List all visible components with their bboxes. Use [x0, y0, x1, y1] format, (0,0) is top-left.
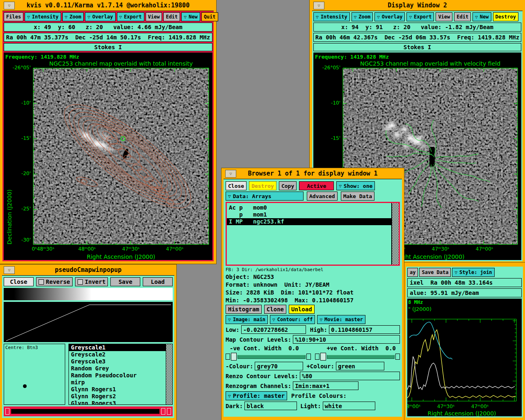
titlebar[interactable]: ▽ Browser 1 of 1 for display window 1: [221, 168, 404, 179]
menu-overlay[interactable]: ▽Overlay: [374, 12, 405, 21]
quit-button[interactable]: Quit: [201, 12, 218, 21]
world-coords-bar: Ra 00h 46m 42.367s Dec -25d 06m 33.57s F…: [313, 33, 521, 42]
list-item[interactable]: Greyscale1: [69, 344, 166, 351]
data-dropdown[interactable]: ▽Data: Arrays: [226, 192, 304, 201]
dropdown-icon: ▽: [119, 14, 122, 20]
titlebar[interactable]: ▽ kvis v0.0.11/Karma v1.7.14 @workaholix…: [0, 0, 216, 11]
window-menu-icon[interactable]: ▽: [4, 2, 15, 9]
cmap-control-panel[interactable]: Centre: Btn3: [4, 344, 65, 405]
renzogram-input[interactable]: Imin:max+1: [293, 381, 358, 390]
window-menu-icon[interactable]: ▽: [313, 2, 324, 9]
histogram-button[interactable]: Histogram: [226, 305, 262, 314]
menu-view[interactable]: View: [146, 12, 162, 21]
neg-colour-input[interactable]: grey70: [255, 362, 303, 370]
slider-handle[interactable]: [320, 353, 326, 361]
xtick: 47ᵐ30ˢ: [424, 246, 457, 252]
checkbox-icon: [39, 279, 44, 285]
pos-width-label: +ve Cont. Width 0.0: [326, 345, 396, 352]
partial-button[interactable]: ay: [407, 268, 418, 277]
profile-window: ay Save Data ▽Style: join ixel Ra 00h 48…: [404, 262, 525, 420]
menu-intensity[interactable]: ▽Intensity: [25, 12, 61, 21]
scrollbar-end-cap[interactable]: [167, 408, 171, 415]
list-item[interactable]: Ac p mom0: [227, 204, 392, 211]
menu-intensity[interactable]: ▽Intensity: [313, 12, 350, 21]
profile-plot[interactable]: 8 MHz " (J2000) 48ᵐ00ˢ 47ᵐ30ˢ 47ᵐ00ˢ Rig…: [407, 299, 522, 416]
dropdown-icon: ▽: [228, 194, 231, 199]
light-input[interactable]: white: [323, 402, 375, 410]
list-item[interactable]: mirp: [69, 379, 166, 386]
close-button[interactable]: Close: [226, 181, 247, 190]
low-input[interactable]: -0.0207278662: [241, 325, 306, 334]
movie-dropdown[interactable]: ▽Movie: master: [317, 315, 365, 324]
close-button[interactable]: Close: [4, 277, 34, 286]
stokes-bar: Stokes I: [313, 43, 521, 51]
pos-width-slider[interactable]: [315, 353, 400, 361]
load-button[interactable]: Load: [143, 277, 173, 286]
copy-button[interactable]: Copy: [279, 181, 297, 190]
menu-files[interactable]: Files: [4, 12, 23, 21]
vertical-scrollbar[interactable]: [166, 344, 172, 404]
pos-colour-input[interactable]: green: [336, 362, 384, 370]
profile-toolbar: ay Save Data ▽Style: join: [407, 268, 522, 277]
slider-handle[interactable]: [231, 353, 237, 361]
unload-button[interactable]: Unload: [289, 305, 315, 314]
menu-new[interactable]: ▽New: [472, 12, 491, 21]
clone-button[interactable]: Clone: [264, 305, 286, 314]
window-menu-icon[interactable]: ▽: [225, 170, 236, 178]
menu-zoom[interactable]: ▽Zoom: [62, 12, 84, 21]
menu-new[interactable]: ▽New: [181, 12, 200, 21]
xtick: 48ᵐ00ˢ: [407, 404, 423, 409]
image-dropdown[interactable]: ▽Image: main: [226, 315, 268, 324]
vertical-scrollbar[interactable]: [391, 203, 399, 265]
dark-input[interactable]: black: [244, 402, 297, 410]
scrollbar-end-cap[interactable]: [5, 408, 9, 415]
map-contour-input[interactable]: %10:90+10: [293, 335, 400, 344]
profile-dropdown[interactable]: ▽Profile: master: [226, 391, 287, 400]
list-item[interactable]: p mom1: [227, 211, 392, 218]
xtick: 47ᵐ00ˢ: [158, 246, 191, 252]
menu-export[interactable]: ▽Export: [406, 12, 434, 21]
destroy-button[interactable]: Destroy: [493, 12, 519, 21]
centre-dot-icon: [23, 384, 27, 388]
list-item[interactable]: Greyscale2: [69, 351, 166, 358]
advanced-button[interactable]: Advanced: [307, 192, 338, 201]
save-button[interactable]: Save: [110, 277, 140, 286]
list-item[interactable]: Glynn Rogers2: [69, 393, 166, 400]
list-item[interactable]: Glynn Rogers1: [69, 386, 166, 393]
active-button[interactable]: Active: [299, 181, 334, 190]
list-item[interactable]: Random Grey: [69, 365, 166, 372]
colormap-list: Greyscale1 Greyscale2 Greyscale3 Random …: [69, 344, 166, 404]
save-data-button[interactable]: Save Data: [419, 268, 451, 277]
menu-export[interactable]: ▽Export: [117, 12, 144, 21]
menu-edit[interactable]: Edit: [163, 12, 180, 21]
horizontal-scrollbar[interactable]: [4, 406, 173, 416]
scrollbar-handle[interactable]: [161, 408, 165, 415]
xtick: 47ᵐ00ˢ: [468, 246, 501, 252]
renzo-input[interactable]: %80: [300, 372, 400, 380]
destroy-button-disabled: Destroy: [249, 181, 276, 190]
list-item[interactable]: Glynn Rogers3: [69, 400, 166, 404]
neg-width-slider[interactable]: [226, 353, 311, 361]
menu-zoom[interactable]: ▽Zoom: [352, 12, 373, 21]
menu-view[interactable]: View: [436, 12, 452, 21]
list-item[interactable]: Greyscale3: [69, 358, 166, 365]
menu-edit[interactable]: Edit: [454, 12, 471, 21]
show-dropdown[interactable]: ▽Show: one: [336, 181, 375, 190]
pixel-coord-bar: ixel Ra 00h 48m 33.164s: [407, 278, 522, 287]
contour-dropdown[interactable]: ▽Contour: off: [270, 315, 315, 324]
invert-toggle[interactable]: Invert: [75, 277, 108, 286]
menu-overlay[interactable]: ▽Overlay: [85, 12, 115, 21]
titlebar[interactable]: ▽ pseudoCmapwinpopup: [0, 265, 176, 275]
style-dropdown[interactable]: ▽Style: join: [452, 268, 494, 277]
renzo-label: Renzo Contour Levels:: [226, 373, 298, 379]
colormap-ramp-panel[interactable]: [4, 302, 173, 342]
image-canvas-intensity[interactable]: Frequency: 1419.828 MHz NGC253 channel m…: [4, 52, 212, 260]
titlebar[interactable]: ▽ Display Window 2: [310, 0, 525, 11]
high-input[interactable]: 0.1104860157: [329, 325, 400, 334]
list-item-selected[interactable]: I MP ngc253.kf: [227, 218, 392, 225]
list-item[interactable]: Random Pseudocolour: [69, 372, 166, 379]
make-data-button[interactable]: Make Data: [341, 192, 374, 201]
reverse-toggle[interactable]: Reverse: [36, 277, 73, 286]
dropdown-icon: ▽: [27, 14, 30, 20]
window-menu-icon[interactable]: ▽: [4, 266, 15, 274]
